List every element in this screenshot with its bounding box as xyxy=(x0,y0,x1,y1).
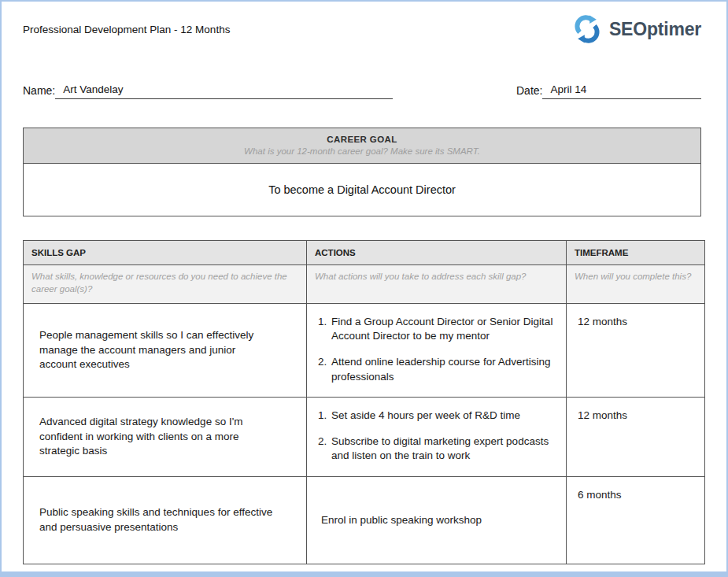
col-desc-actions: What actions will you take to address ea… xyxy=(307,265,567,304)
table-header-row: SKILLS GAP ACTIONS TIMEFRAME xyxy=(24,241,705,265)
table-description-row: What skills, knowledge or resources do y… xyxy=(24,265,705,304)
actions-cell: Find a Group Account Director or Senior … xyxy=(307,304,567,398)
page-header: Professional Development Plan - 12 Month… xyxy=(2,2,726,44)
brand-logo: SEOptimer xyxy=(572,14,701,44)
actions-cell: Enrol in public speaking workshop xyxy=(307,476,567,564)
action-item: Attend online leadership course for Adve… xyxy=(330,355,565,383)
skills-gap-text: Advanced digital strategy knowledge so I… xyxy=(24,397,307,476)
timeframe-text: 6 months xyxy=(567,476,705,564)
document-page: Professional Development Plan - 12 Month… xyxy=(0,0,728,577)
date-field: Date: April 14 xyxy=(516,83,701,99)
skills-gap-text: People management skills so I can effect… xyxy=(24,304,307,398)
timeframe-text: 12 months xyxy=(567,397,705,476)
career-goal-heading: CAREER GOAL xyxy=(24,135,700,144)
actions-cell: Set aside 4 hours per week of R&D time S… xyxy=(307,397,567,476)
table-row: Advanced digital strategy knowledge so I… xyxy=(24,397,705,476)
seoptimer-icon xyxy=(572,14,602,44)
col-header-timeframe: TIMEFRAME xyxy=(567,241,705,265)
action-item: Subscribe to digital marketing expert po… xyxy=(330,435,565,463)
date-label: Date: xyxy=(516,84,542,99)
name-field: Name: Art Vandelay xyxy=(23,83,393,99)
skills-gap-text: Public speaking skills and techniques fo… xyxy=(24,476,307,564)
career-goal-section: CAREER GOAL What is your 12-month career… xyxy=(23,128,701,216)
action-item: Enrol in public speaking workshop xyxy=(321,514,482,526)
career-goal-value: To become a Digital Account Director xyxy=(24,164,700,216)
actions-list: Set aside 4 hours per week of R&D time S… xyxy=(308,409,565,464)
action-item: Set aside 4 hours per week of R&D time xyxy=(330,409,565,423)
timeframe-text: 12 months xyxy=(567,304,705,398)
col-desc-timeframe: When will you complete this? xyxy=(567,265,705,304)
career-goal-subtitle: What is your 12-month career goal? Make … xyxy=(24,146,700,156)
name-label: Name: xyxy=(23,84,55,99)
name-value: Art Vandelay xyxy=(55,83,393,99)
fields-row: Name: Art Vandelay Date: April 14 xyxy=(23,83,701,99)
document-title: Professional Development Plan - 12 Month… xyxy=(23,24,230,35)
col-header-skills-gap: SKILLS GAP xyxy=(24,241,307,265)
career-goal-header: CAREER GOAL What is your 12-month career… xyxy=(24,128,700,164)
col-desc-skills-gap: What skills, knowledge or resources do y… xyxy=(24,265,307,304)
brand-name: SEOptimer xyxy=(609,19,701,40)
date-value: April 14 xyxy=(542,83,701,99)
col-header-actions: ACTIONS xyxy=(307,241,567,265)
plan-table: SKILLS GAP ACTIONS TIMEFRAME What skills… xyxy=(23,240,705,564)
action-item: Find a Group Account Director or Senior … xyxy=(330,315,565,343)
table-row: People management skills so I can effect… xyxy=(24,304,705,398)
actions-list: Find a Group Account Director or Senior … xyxy=(308,315,565,384)
table-row: Public speaking skills and techniques fo… xyxy=(24,476,705,564)
